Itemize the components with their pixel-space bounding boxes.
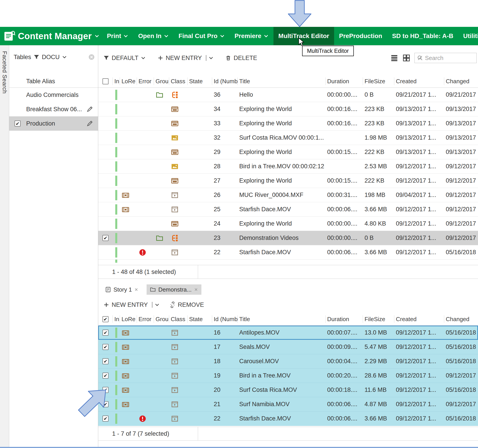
table-row-18[interactable]: 18Carousel.MOV00:00:04....2.29 MB09/12/2… (98, 354, 478, 369)
table-row-21[interactable]: 21Surf Namibia.MOV00:00:06....4.87 MB09/… (98, 397, 478, 411)
column-header-duration[interactable]: Duration (326, 77, 363, 85)
sidebar-item-audio-commercials[interactable]: Audio Commercials (9, 88, 98, 102)
column-header-error[interactable]: Error (137, 77, 154, 85)
table-row-16[interactable]: 16Antilopes.MOV00:00:07....13.0 MB09/12/… (98, 326, 478, 340)
grid-view-icon[interactable] (402, 54, 410, 62)
faceted-search-strip[interactable]: Faceted Search (0, 45, 9, 448)
column-header-id[interactable]: Id (Numb (212, 315, 238, 323)
menu-item-open-in[interactable]: Open In (133, 27, 173, 45)
column-header-lore[interactable]: LoRe (120, 77, 137, 85)
search-input[interactable] (425, 55, 474, 62)
column-header-id[interactable]: Id (Numb (212, 77, 238, 85)
row-checkbox[interactable] (102, 358, 108, 364)
table-row-33[interactable]: 33Exploring the World00:00:16....223 KB0… (98, 116, 478, 131)
in-status-bar (115, 247, 117, 258)
close-icon[interactable] (134, 287, 138, 292)
cell-filesize: 13.0 MB (365, 329, 387, 336)
row-checkbox[interactable] (102, 344, 108, 350)
edit-icon[interactable] (86, 106, 93, 113)
column-header-select[interactable] (98, 77, 113, 85)
chevron-down-icon[interactable] (62, 55, 67, 60)
cell-changed: 05/16/2018 (446, 386, 476, 393)
column-header-created[interactable]: Created (394, 315, 444, 323)
row-checkbox[interactable] (102, 372, 108, 379)
column-header-class[interactable]: Class (169, 77, 188, 85)
column-header-select[interactable] (98, 315, 113, 323)
tables-filter-value[interactable]: DOCU (42, 54, 60, 61)
menu-item-preproduction[interactable]: PreProduction (334, 27, 387, 45)
cell-id: 17 (214, 343, 220, 350)
menu-item-sd-to-hd-table-a-b[interactable]: SD to HD_Table: A-B (387, 27, 458, 45)
column-header-grou[interactable]: Grou (154, 315, 169, 323)
selection-chip-demonstra[interactable]: Demonstra... (147, 284, 201, 295)
table-row-17[interactable]: 17Seals.MOV00:00:09....5.47 MB09/12/2017… (98, 340, 478, 354)
column-header-title[interactable]: Title (238, 77, 326, 85)
column-header-created[interactable]: Created (394, 77, 444, 85)
column-header-error[interactable]: Error (137, 315, 154, 323)
row-checkbox[interactable] (102, 235, 108, 241)
menu-item-print[interactable]: Print (102, 27, 133, 45)
cell-id: 20 (214, 386, 220, 393)
select-all-checkbox[interactable] (102, 78, 108, 84)
table-row-32[interactable]: 32Surf Costa Rica.MOV 00:00:1...1.98 MB0… (98, 131, 478, 145)
table-row-24[interactable]: 24Exploring the World00:00:00....4.80 KB… (98, 217, 478, 231)
column-header-state[interactable]: State (188, 77, 212, 85)
chevron-down-icon (208, 56, 214, 60)
filter-funnel-icon[interactable] (33, 54, 40, 60)
menu-item-final-cut-pro[interactable]: Final Cut Pro (174, 27, 230, 45)
table-row-25[interactable]: 25Starfish Dace.MOV00:00:06....3.66 MB09… (98, 202, 478, 217)
table-row-20[interactable]: 20Surf Costa Rica.MOV00:00:18....11.6 MB… (98, 383, 478, 397)
new-entry-button[interactable]: NEW ENTRY (157, 55, 214, 62)
story-icon (105, 286, 111, 293)
column-header-lore[interactable]: LoRe (120, 315, 137, 323)
filter-default-button[interactable]: DEFAULT (103, 55, 146, 62)
table-row-23[interactable]: 23Demonstration Videos00:00:00....0 B09/… (98, 231, 478, 245)
table-row-22[interactable]: 22Starfish Dace.MOV00:00:06....3.66 MB09… (98, 245, 478, 259)
column-header-changed[interactable]: Changed (444, 77, 478, 85)
column-header-in[interactable]: In (113, 315, 120, 323)
edit-icon[interactable] (86, 120, 93, 127)
column-header-filesize[interactable]: FileSize (363, 315, 394, 323)
cell-created: 09/13/2017 1... (396, 106, 436, 113)
cell-title: Surf Costa Rica.MOV 00:00:1... (239, 134, 324, 141)
delete-button[interactable]: DELETE (225, 55, 257, 62)
sidebar-item-checkbox[interactable] (14, 121, 21, 127)
table-row-26[interactable]: 26MUC River_00004.MXF00:00:31....198 MB0… (98, 188, 478, 202)
chevron-down-icon[interactable] (94, 34, 99, 38)
column-header-filesize[interactable]: FileSize (363, 77, 394, 85)
tree-class-icon (171, 234, 179, 242)
table-row-27[interactable]: 27Exploring the World00:00:15....222 KB0… (98, 174, 478, 188)
selection-chip-story-1[interactable]: Story 1 (102, 284, 142, 295)
column-header-grou[interactable]: Grou (154, 77, 169, 85)
column-header-title[interactable]: Title (238, 315, 326, 323)
select-all-checkbox[interactable] (102, 316, 108, 322)
list-view-icon[interactable] (390, 54, 398, 62)
table-row-34[interactable]: 34Exploring the World00:00:16....223 KB0… (98, 102, 478, 116)
in-status-bar (115, 104, 117, 114)
row-checkbox[interactable] (102, 330, 108, 336)
menu-item-premiere[interactable]: Premiere (230, 27, 273, 45)
close-icon[interactable] (88, 54, 95, 60)
cell-created: 09/12/2017 1... (396, 177, 436, 184)
table-row-19[interactable]: 19Bird in a Tree.MOV00:00:20....28.6 MB0… (98, 369, 478, 383)
table-row-28[interactable]: 28Bird in a Tree.MOV 00:00:02:122.53 MB0… (98, 159, 478, 174)
new-entry-button-bottom[interactable]: NEW ENTRY (103, 301, 160, 308)
column-header-duration[interactable]: Duration (326, 315, 363, 323)
app-brand[interactable]: Content Manager (0, 27, 102, 45)
table-row-22[interactable]: 22Starfish Dace.MOV00:00:06....3.66 MB09… (98, 411, 478, 426)
column-header-state[interactable]: State (188, 315, 212, 323)
sidebar-item-breakfast-show-06[interactable]: Breakfast Show 06... (9, 102, 98, 116)
remove-button[interactable]: REMOVE (170, 301, 204, 308)
table-row-29[interactable]: 29Exploring the World00:00:15....222 KB0… (98, 145, 478, 159)
sidebar-item-production[interactable]: Production (9, 116, 98, 131)
menu-item-utilities[interactable]: Utilities (458, 27, 478, 45)
table-row-36[interactable]: 36Hello00:00:00....0 B09/21/2017 1...09/… (98, 88, 478, 102)
column-header-changed[interactable]: Changed (444, 315, 478, 323)
cell-changed: 09/21/2017 (446, 91, 476, 98)
column-header-class[interactable]: Class (169, 315, 188, 323)
in-status-bar (115, 133, 117, 143)
cell-created: 09/12/2017 1... (396, 234, 436, 241)
close-icon[interactable] (194, 287, 198, 292)
column-header-in[interactable]: In (113, 77, 120, 85)
in-status-bar (115, 399, 117, 410)
